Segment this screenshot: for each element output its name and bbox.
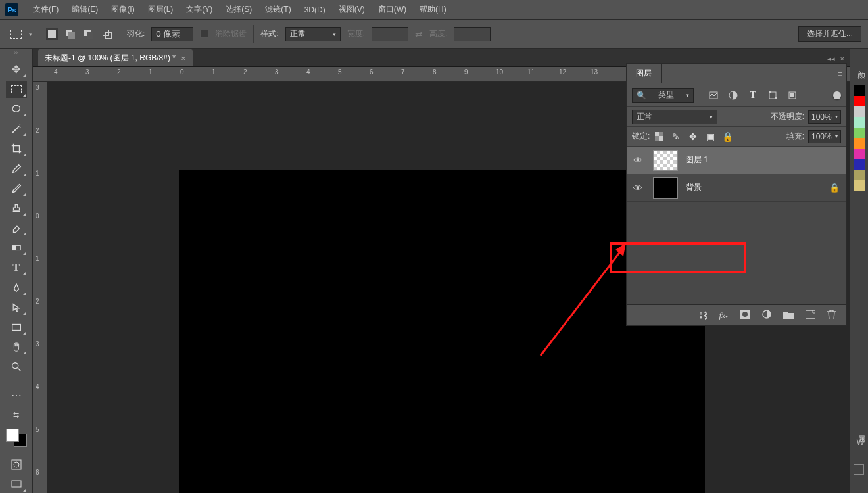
- stamp-tool[interactable]: [6, 200, 27, 217]
- feather-input[interactable]: [151, 27, 193, 41]
- menu-edit[interactable]: 编辑(E): [66, 1, 103, 18]
- selection-intersect-icon[interactable]: [101, 28, 113, 40]
- lock-transparency-icon[interactable]: [654, 131, 664, 142]
- menu-filter[interactable]: 滤镜(T): [260, 1, 296, 18]
- new-layer-icon[interactable]: [806, 310, 815, 321]
- color-swatch-item[interactable]: [854, 128, 865, 138]
- filter-toggle[interactable]: [833, 91, 841, 99]
- edit-toolbar-icon[interactable]: ⋯: [6, 387, 27, 404]
- lock-artboard-icon[interactable]: ▣: [705, 131, 715, 142]
- rectangle-tool[interactable]: [6, 319, 27, 336]
- opacity-input[interactable]: 100%▾: [808, 110, 841, 124]
- zoom-tool[interactable]: [6, 358, 27, 375]
- layer-thumbnail[interactable]: [653, 150, 678, 171]
- color-swatch-item[interactable]: [854, 159, 865, 170]
- select-and-mask-button[interactable]: 选择并遮住...: [798, 26, 861, 42]
- vertical-ruler[interactable]: 3210123456789: [33, 82, 47, 493]
- color-swatch-item[interactable]: [854, 96, 865, 106]
- color-swatch-item[interactable]: [854, 85, 865, 96]
- menu-layer[interactable]: 图层(L): [143, 1, 179, 18]
- brush-tool[interactable]: [6, 180, 27, 197]
- panel-icon[interactable]: [854, 464, 864, 475]
- fill-label: 填充:: [786, 131, 804, 142]
- menu-image[interactable]: 图像(I): [106, 1, 139, 18]
- lock-fill-row: 锁定: ✎ ✥ ▣ 🔒 填充: 100%▾: [627, 127, 846, 147]
- color-swatch-item[interactable]: [854, 170, 865, 180]
- swap-colors-icon[interactable]: ⇆: [6, 406, 27, 423]
- svg-point-23: [742, 312, 748, 317]
- magic-wand-tool[interactable]: [6, 120, 27, 137]
- current-tool-icon[interactable]: [7, 25, 25, 43]
- menu-3d[interactable]: 3D(D): [299, 3, 331, 17]
- selection-add-icon[interactable]: [64, 28, 76, 40]
- menu-help[interactable]: 帮助(H): [414, 1, 452, 18]
- color-panel-tab[interactable]: 颜: [857, 70, 865, 81]
- filter-type-icon[interactable]: T: [748, 90, 758, 101]
- quickmask-icon[interactable]: [6, 456, 27, 473]
- pen-tool[interactable]: [6, 279, 27, 296]
- svg-rect-5: [12, 324, 20, 330]
- menu-type[interactable]: 文字(Y): [181, 1, 218, 18]
- layer-fx-icon[interactable]: fx▾: [719, 310, 728, 321]
- filter-adjustment-icon[interactable]: [728, 90, 738, 101]
- layer-row[interactable]: 👁 图层 1: [627, 147, 846, 174]
- layer-row[interactable]: 👁 背景 🔒: [627, 174, 846, 202]
- collapse-panel-icon[interactable]: ◂◂: [827, 55, 835, 63]
- color-swatch-item[interactable]: [854, 106, 865, 117]
- visibility-toggle-icon[interactable]: 👁: [627, 183, 649, 193]
- hand-tool[interactable]: [6, 339, 27, 356]
- screenmode-icon[interactable]: [6, 476, 27, 493]
- style-select[interactable]: 正常▾: [285, 27, 341, 41]
- ruler-tick: 4: [36, 383, 39, 390]
- color-swatch-item[interactable]: [854, 180, 865, 191]
- color-swatch[interactable]: [6, 429, 27, 447]
- selection-new-icon[interactable]: [46, 28, 58, 40]
- svg-rect-25: [806, 310, 815, 319]
- toolbar-grip-icon[interactable]: ››: [0, 49, 32, 57]
- menu-view[interactable]: 视图(V): [333, 1, 370, 18]
- tool-preset-dropdown-icon[interactable]: ▾: [29, 31, 32, 37]
- gradient-tool[interactable]: [6, 239, 27, 256]
- new-group-icon[interactable]: [783, 310, 794, 321]
- filter-shape-icon[interactable]: [767, 90, 778, 101]
- panel-menu-icon[interactable]: ≡: [837, 69, 842, 79]
- lock-all-icon[interactable]: 🔒: [722, 131, 733, 142]
- layer-name[interactable]: 背景: [686, 182, 702, 193]
- close-panel-icon[interactable]: ×: [840, 55, 844, 62]
- new-adjustment-icon[interactable]: [762, 310, 771, 321]
- menu-file[interactable]: 文件(F): [28, 1, 64, 18]
- blend-mode-select[interactable]: 正常▾: [632, 110, 717, 124]
- eraser-tool[interactable]: [6, 220, 27, 237]
- color-swatch-item[interactable]: [854, 117, 865, 128]
- add-mask-icon[interactable]: [740, 310, 750, 321]
- type-tool[interactable]: T: [6, 259, 27, 276]
- layers-tab[interactable]: 图层: [627, 64, 662, 83]
- document-tab[interactable]: 未标题-1 @ 100% (图层 1, RGB/8#) * ×: [38, 49, 193, 66]
- layer-thumbnail[interactable]: [653, 177, 678, 199]
- divider: [253, 25, 254, 43]
- delete-layer-icon[interactable]: [827, 310, 836, 321]
- layer-filter-select[interactable]: 🔍类型▾: [632, 88, 694, 103]
- lock-pixels-icon[interactable]: ✎: [671, 131, 681, 142]
- filter-smart-icon[interactable]: [787, 90, 798, 101]
- move-tool[interactable]: ✥: [6, 61, 27, 78]
- eyedropper-tool[interactable]: [6, 160, 27, 177]
- filter-pixel-icon[interactable]: [708, 90, 719, 101]
- layer-name[interactable]: 图层 1: [686, 154, 708, 166]
- fill-input[interactable]: 100%▾: [808, 130, 841, 143]
- color-swatch-item[interactable]: [854, 138, 865, 149]
- path-selection-tool[interactable]: [6, 299, 27, 316]
- color-swatch-item[interactable]: [854, 149, 865, 159]
- close-tab-icon[interactable]: ×: [181, 53, 186, 63]
- menu-select[interactable]: 选择(S): [220, 1, 257, 18]
- crop-tool[interactable]: [6, 140, 27, 157]
- marquee-tool[interactable]: [6, 81, 27, 98]
- menu-window[interactable]: 窗口(W): [373, 1, 412, 18]
- svg-rect-18: [790, 93, 794, 97]
- visibility-toggle-icon[interactable]: 👁: [627, 155, 649, 166]
- panel-tab-w[interactable]: W: [857, 438, 864, 447]
- lasso-tool[interactable]: [6, 101, 27, 118]
- link-layers-icon[interactable]: ⛓: [698, 310, 708, 321]
- lock-position-icon[interactable]: ✥: [688, 131, 698, 142]
- selection-subtract-icon[interactable]: [83, 28, 95, 40]
